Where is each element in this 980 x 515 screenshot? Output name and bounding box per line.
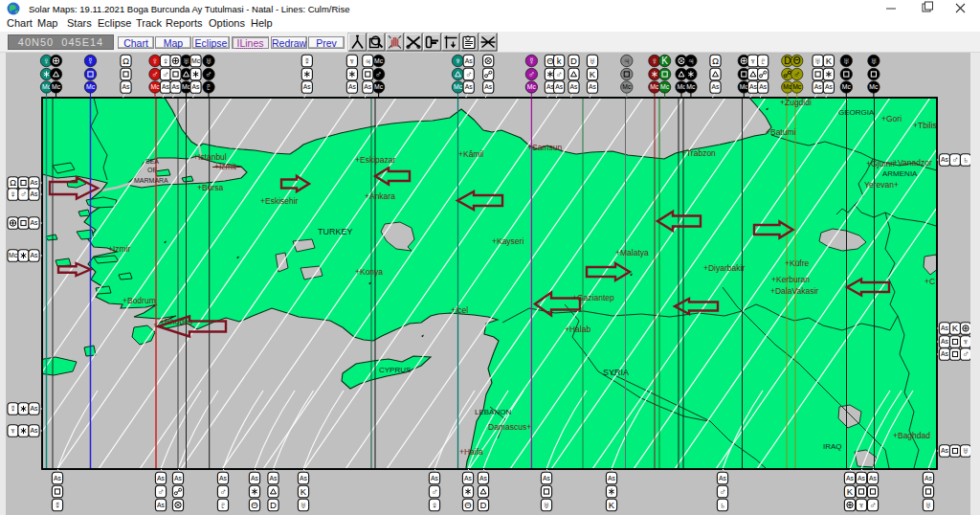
svg-text:Mc: Mc xyxy=(52,83,61,90)
svg-text:K: K xyxy=(847,486,854,497)
svg-text:♂: ♂ xyxy=(951,154,958,165)
svg-text:♃: ♃ xyxy=(365,56,371,66)
svg-text:As: As xyxy=(31,405,39,412)
svg-text:Mc: Mc xyxy=(686,83,696,90)
svg-text:D: D xyxy=(480,500,487,510)
svg-text:Θ: Θ xyxy=(546,56,553,66)
svg-text:IRAQ: IRAQ xyxy=(823,442,842,451)
svg-text:Mc: Mc xyxy=(9,252,18,258)
svg-text:+Eskisehir: +Eskisehir xyxy=(260,196,299,206)
svg-text:As: As xyxy=(465,57,474,64)
svg-text:As: As xyxy=(869,475,878,481)
svg-text:As: As xyxy=(759,83,768,90)
svg-text:As: As xyxy=(31,252,39,258)
svg-text:As: As xyxy=(941,447,949,454)
svg-text:As: As xyxy=(431,475,439,481)
svg-text:K: K xyxy=(609,500,615,510)
svg-text:♂: ♂ xyxy=(157,486,164,497)
svg-text:♅: ♅ xyxy=(543,500,549,510)
svg-text:☿: ☿ xyxy=(528,56,536,66)
svg-text:♂: ♂ xyxy=(719,486,725,497)
svg-text:As: As xyxy=(825,83,834,90)
svg-text:As: As xyxy=(464,475,473,481)
svg-text:Mc: Mc xyxy=(454,83,463,90)
svg-text:OF: OF xyxy=(147,167,157,173)
svg-text:+Izmir: +Izmir xyxy=(108,244,131,254)
svg-text:LEBANON: LEBANON xyxy=(475,408,511,416)
svg-text:+Baghdad: +Baghdad xyxy=(893,431,930,440)
svg-text:+Kerburan: +Kerburan xyxy=(771,275,810,284)
svg-text:As: As xyxy=(270,475,278,481)
svg-text:As: As xyxy=(219,475,228,481)
svg-text:♂: ♂ xyxy=(20,189,27,199)
svg-text:As: As xyxy=(749,83,758,90)
svg-text:SEA: SEA xyxy=(145,158,159,165)
svg-text:As: As xyxy=(31,190,39,197)
svg-text:Θ: Θ xyxy=(793,56,801,66)
svg-text:As: As xyxy=(300,475,308,481)
svg-text:+DalaVakasir: +DalaVakasir xyxy=(770,286,818,296)
svg-text:+Konya: +Konya xyxy=(355,267,383,277)
svg-text:K: K xyxy=(590,69,596,79)
svg-text:As: As xyxy=(924,475,933,481)
svg-text:As: As xyxy=(192,83,201,90)
svg-text:♂: ♂ xyxy=(219,486,226,497)
svg-text:Ω: Ω xyxy=(10,177,16,188)
svg-text:As: As xyxy=(555,83,564,90)
svg-text:Mc: Mc xyxy=(86,83,96,90)
svg-text:♅: ♅ xyxy=(924,500,931,510)
svg-text:As: As xyxy=(484,83,493,90)
svg-text:♅: ♅ xyxy=(962,445,969,456)
svg-text:+Diyarbakir: +Diyarbakir xyxy=(703,263,745,273)
svg-text:♂: ♂ xyxy=(162,69,168,79)
svg-text:+Ankara: +Ankara xyxy=(365,191,395,201)
svg-text:As: As xyxy=(172,83,181,90)
svg-text:♃: ♃ xyxy=(623,56,631,66)
svg-text:As: As xyxy=(251,475,259,481)
svg-text:♂: ♂ xyxy=(205,69,212,79)
svg-text:As: As xyxy=(589,83,597,90)
svg-text:♅: ♅ xyxy=(870,56,878,66)
svg-text:As: As xyxy=(858,475,866,481)
svg-text:+Haifa: +Haifa xyxy=(459,447,483,457)
svg-text:♂: ♂ xyxy=(869,500,876,510)
svg-text:As: As xyxy=(31,179,39,186)
svg-text:As: As xyxy=(814,83,823,90)
svg-text:As: As xyxy=(479,475,488,481)
svg-text:As: As xyxy=(31,219,39,226)
svg-text:+Gori: +Gori xyxy=(881,114,902,123)
svg-text:ARMENIA: ARMENIA xyxy=(882,169,918,178)
svg-text:☿: ☿ xyxy=(87,56,95,66)
svg-text:+Batumi: +Batumi xyxy=(766,127,796,137)
svg-text:As: As xyxy=(846,475,855,481)
svg-text:☿: ☿ xyxy=(10,403,16,414)
svg-text:+Samsun: +Samsun xyxy=(527,143,562,152)
svg-text:♅: ♅ xyxy=(589,56,595,66)
svg-text:+Trabzon: +Trabzon xyxy=(681,148,716,158)
svg-text:♅: ♅ xyxy=(843,56,851,66)
svg-text:Mc: Mc xyxy=(650,83,659,90)
svg-text:As: As xyxy=(543,475,551,481)
svg-text:Θ: Θ xyxy=(464,500,471,510)
svg-text:+Icel: +Icel xyxy=(451,305,468,315)
svg-text:♅: ♅ xyxy=(183,56,190,66)
svg-text:+Bursa: +Bursa xyxy=(197,183,223,192)
svg-text:+Malatya: +Malatya xyxy=(615,248,649,258)
svg-text:♆: ♆ xyxy=(749,56,756,66)
svg-text:K: K xyxy=(826,56,833,66)
svg-text:Mc: Mc xyxy=(622,83,632,90)
svg-text:♅: ♅ xyxy=(300,500,306,510)
svg-text:Yerevan+: Yerevan+ xyxy=(864,180,899,190)
svg-text:GEORGIA: GEORGIA xyxy=(838,108,875,117)
svg-text:As: As xyxy=(719,475,727,481)
svg-text:+Tbilisi: +Tbilisi xyxy=(913,121,939,130)
svg-text:♂: ♂ xyxy=(793,69,801,79)
svg-text:Ω: Ω xyxy=(122,56,129,66)
svg-text:As: As xyxy=(570,83,579,90)
svg-text:♀: ♀ xyxy=(151,56,159,66)
svg-text:+Kayseri: +Kayseri xyxy=(492,236,523,246)
svg-text:+Vanadzor: +Vanadzor xyxy=(893,158,932,168)
svg-text:D: D xyxy=(570,56,577,66)
svg-text:♅: ♅ xyxy=(205,56,212,66)
svg-text:+Bodrum: +Bodrum xyxy=(122,296,156,305)
